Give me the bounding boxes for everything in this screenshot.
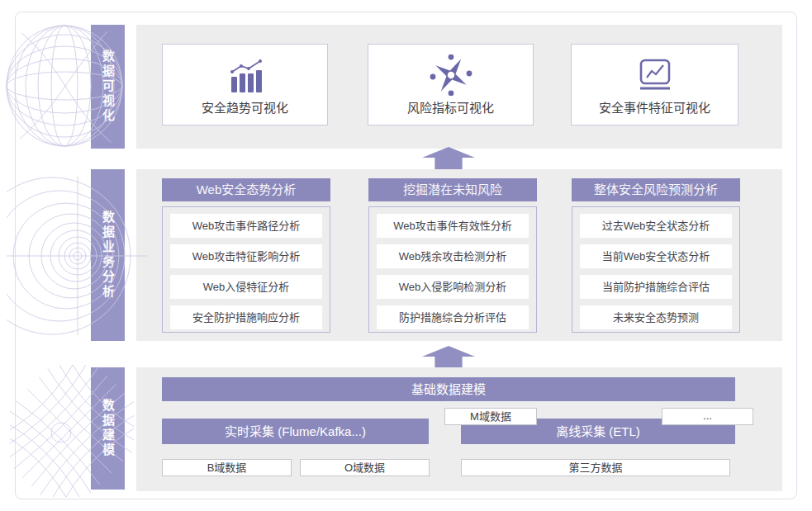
analysis-band: 数据业务分析 — [91, 169, 125, 341]
card-label: 安全事件特征可视化 — [572, 98, 738, 116]
card-risk-indicator: 风险指标可视化 — [368, 44, 534, 125]
b-domain-data-box: B域数据 — [162, 459, 292, 476]
o-domain-data-box: O域数据 — [300, 459, 430, 476]
analysis-item: 当前防护措施综合评估 — [580, 275, 732, 299]
more-data-box: ... — [662, 408, 753, 425]
analysis-item: 安全防护措施响应分析 — [170, 305, 322, 329]
analysis-item: Web攻击事件路径分析 — [170, 214, 322, 238]
modeling-band-label: 数据建模 — [102, 399, 114, 458]
analysis-item: Web残余攻击检测分析 — [377, 244, 529, 268]
third-party-data-box: 第三方数据 — [461, 459, 730, 476]
monitor-chart-icon — [572, 55, 738, 95]
visualization-band: 数据可视化 — [91, 25, 125, 149]
m-domain-data-box: M域数据 — [444, 408, 537, 425]
analysis-col1-body: Web攻击事件路径分析 Web攻击特征影响分析 Web入侵特征分析 安全防护措施… — [162, 206, 330, 333]
analysis-item: 当前Web安全状态分析 — [580, 244, 732, 268]
visualization-band-label: 数据可视化 — [102, 50, 114, 124]
base-modeling-label: 基础数据建模 — [411, 382, 486, 396]
analysis-item: 未来安全态势预测 — [580, 305, 732, 329]
analysis-col3-header: 整体安全风险预测分析 — [572, 178, 740, 201]
card-label: 风险指标可视化 — [368, 98, 533, 116]
compass-icon — [368, 55, 533, 95]
modeling-band: 数据建模 — [91, 367, 125, 490]
analysis-col2-header: 挖掘潜在未知风险 — [368, 178, 537, 201]
analysis-item: Web攻击特征影响分析 — [170, 244, 322, 268]
analysis-item: Web入侵特征分析 — [170, 275, 322, 299]
analysis-item: Web攻击事件有效性分析 — [377, 214, 529, 238]
offline-collect-label: 离线采集 (ETL) — [556, 424, 640, 438]
analysis-band-label: 数据业务分析 — [102, 211, 114, 300]
analysis-col1-header: Web安全态势分析 — [162, 178, 330, 201]
realtime-collect-bar: 实时采集 (Flume/Kafka...) — [162, 419, 429, 444]
bar-chart-icon — [163, 55, 327, 95]
card-event-feature: 安全事件特征可视化 — [571, 44, 738, 125]
analysis-item: 过去Web安全状态分析 — [580, 214, 732, 238]
realtime-collect-label: 实时采集 (Flume/Kafka...) — [225, 424, 366, 438]
analysis-item: 防护措施综合分析评估 — [377, 305, 529, 329]
architecture-diagram: 数据可视化 — [0, 0, 812, 511]
card-security-trend: 安全趋势可视化 — [162, 44, 328, 125]
base-modeling-bar: 基础数据建模 — [162, 377, 735, 401]
analysis-col2-body: Web攻击事件有效性分析 Web残余攻击检测分析 Web入侵影响检测分析 防护措… — [368, 206, 537, 333]
analysis-item: Web入侵影响检测分析 — [377, 275, 529, 299]
card-label: 安全趋势可视化 — [163, 98, 327, 116]
analysis-col3-body: 过去Web安全状态分析 当前Web安全状态分析 当前防护措施综合评估 未来安全态… — [572, 206, 740, 333]
